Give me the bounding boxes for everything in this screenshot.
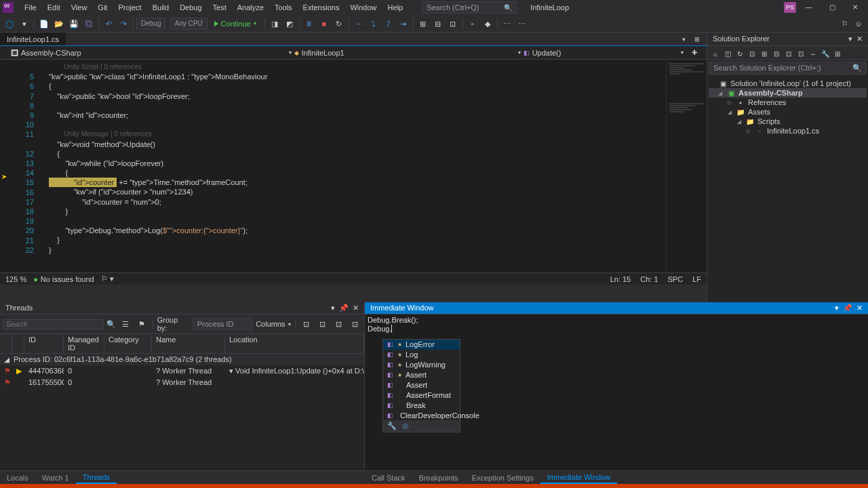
sol-btn-9[interactable]: ↔: [808, 47, 818, 58]
menu-test[interactable]: Test: [208, 2, 232, 13]
threads-btn-1[interactable]: ⊡: [300, 317, 313, 331]
menu-debug[interactable]: Debug: [174, 2, 207, 13]
code-area[interactable]: Unity Script | 0 references"kw">public "…: [49, 60, 666, 272]
intellisense-item[interactable]: ◧Assert: [383, 380, 460, 390]
step-into-button[interactable]: →: [352, 17, 366, 30]
quick-search[interactable]: Search (Ctrl+Q) 🔍: [422, 1, 517, 14]
undo-button[interactable]: ↶: [102, 17, 115, 30]
debug-btn-2[interactable]: ◩: [283, 17, 296, 30]
close-panel-icon[interactable]: ✕: [856, 35, 863, 43]
dropdown-icon[interactable]: ▾: [835, 304, 839, 312]
code-editor[interactable]: ➤ 567891011 1213141516171819202122 Unity…: [0, 60, 707, 272]
sol-btn-3[interactable]: ↻: [734, 47, 745, 58]
intellisense-item[interactable]: ◧★LogWarning: [383, 360, 460, 370]
forward-button[interactable]: ▾: [18, 17, 31, 30]
dropdown-icon[interactable]: ▾: [331, 304, 335, 312]
menu-view[interactable]: View: [66, 2, 93, 13]
menu-file[interactable]: File: [19, 2, 42, 13]
tree-solution[interactable]: ▣Solution 'InfiniteLoop' (1 of 1 project…: [709, 79, 867, 88]
step-over-button[interactable]: ⤵: [367, 17, 380, 30]
close-button[interactable]: ✕: [845, 1, 865, 14]
intellisense-item[interactable]: ◧ClearDeveloperConsole: [383, 411, 460, 421]
threads-btn-4[interactable]: ⊡: [348, 317, 361, 331]
redo-button[interactable]: ↷: [117, 17, 130, 30]
bottom-tab[interactable]: Locals: [0, 472, 35, 483]
menu-extensions[interactable]: Extensions: [298, 2, 345, 13]
save-all-button[interactable]: ⿻: [82, 17, 96, 30]
intellisense-item[interactable]: ◧★Log: [383, 350, 460, 360]
solution-search[interactable]: Search Solution Explorer (Ctrl+;) 🔍: [709, 62, 867, 75]
tb-extra-5[interactable]: ◆: [481, 17, 494, 30]
tb-extra-6[interactable]: ⋯: [500, 17, 514, 30]
bottom-tab[interactable]: Exception Settings: [465, 472, 540, 483]
sol-btn-10[interactable]: 🔧: [820, 47, 831, 58]
sol-btn-5[interactable]: ⊞: [759, 47, 770, 58]
sol-btn-4[interactable]: ⊡: [747, 47, 757, 58]
threads-group-row[interactable]: ◢Process ID: 02c6f1a1-113a-481e-9a6c-e1b…: [0, 354, 364, 365]
close-icon[interactable]: ✕: [856, 304, 863, 312]
search-icon[interactable]: 🔍: [106, 320, 116, 329]
menu-git[interactable]: Git: [92, 2, 113, 13]
filter-icon[interactable]: ☰: [119, 317, 132, 331]
immediate-content[interactable]: Debug.Break(); Debug. ◧★LogError◧★Log◧★L…: [365, 314, 868, 470]
tb-extra-4[interactable]: ▫: [466, 17, 479, 30]
pin-icon[interactable]: ▾: [848, 35, 852, 43]
tb-extra-7[interactable]: ⋯: [515, 17, 529, 30]
menu-window[interactable]: Window: [344, 2, 382, 13]
sol-btn-8[interactable]: ⊡: [795, 47, 806, 58]
menu-build[interactable]: Build: [147, 2, 174, 13]
platform-dropdown[interactable]: Any CPU: [170, 18, 207, 30]
close-icon[interactable]: ✕: [353, 304, 359, 312]
intellisense-item[interactable]: ◧AssertFormat: [383, 390, 460, 401]
tab-dropdown[interactable]: ▾: [677, 33, 690, 46]
step-button-4[interactable]: ⇥: [397, 17, 410, 30]
document-tab[interactable]: InfiniteLoop1.cs: [0, 33, 66, 45]
split-button[interactable]: ✚: [688, 46, 701, 60]
feedback-button[interactable]: ☺: [852, 17, 865, 30]
sol-btn-2[interactable]: ◫: [722, 47, 733, 58]
tree-assets[interactable]: ◢📁Assets: [709, 107, 867, 117]
intellisense-item[interactable]: ◧Break: [383, 401, 460, 411]
solution-tree[interactable]: ▣Solution 'InfiniteLoop' (1 of 1 project…: [707, 76, 868, 138]
crumb-class[interactable]: ▾◆InfiniteLoop1: [283, 49, 350, 57]
nav-icon[interactable]: ⚐ ▾: [101, 274, 114, 283]
flag-icon[interactable]: ⚑: [135, 317, 149, 331]
columns-dropdown[interactable]: Columns: [256, 320, 285, 328]
maximize-button[interactable]: ▢: [822, 1, 842, 14]
intellisense-popup[interactable]: ◧★LogError◧★Log◧★LogWarning◧★Assert◧Asse…: [382, 339, 460, 432]
menu-project[interactable]: Project: [113, 2, 146, 13]
menu-edit[interactable]: Edit: [42, 2, 66, 13]
bottom-tab[interactable]: Watch 1: [35, 472, 76, 483]
menu-analyze[interactable]: Analyze: [232, 2, 269, 13]
continue-button[interactable]: Continue ▾: [209, 18, 262, 29]
group-by-dropdown[interactable]: Process ID: [193, 318, 253, 330]
menu-help[interactable]: Help: [382, 2, 409, 13]
sol-btn-7[interactable]: ⊡: [783, 47, 794, 58]
tb-extra-3[interactable]: ⊡: [446, 17, 460, 30]
step-out-button[interactable]: ⤴: [382, 17, 395, 30]
minimap[interactable]: [666, 60, 707, 272]
pin-icon[interactable]: 📌: [843, 304, 852, 312]
issues-status[interactable]: No issues found: [41, 275, 94, 283]
config-dropdown[interactable]: Debug: [136, 18, 165, 30]
crumb-assembly[interactable]: 🔳Assembly-CSharp: [5, 49, 87, 57]
thread-row[interactable]: ⚑▶4447063680? Worker Thread▾ Void Infini…: [0, 365, 364, 377]
tb-extra-2[interactable]: ⊟: [431, 17, 445, 30]
intellisense-filter-tabs[interactable]: 🔧 ◎: [382, 420, 460, 432]
new-button[interactable]: 📄: [37, 17, 51, 30]
sol-btn-6[interactable]: ⊟: [771, 47, 782, 58]
tree-scripts[interactable]: ◢📁Scripts: [709, 117, 867, 126]
intellisense-item[interactable]: ◧★LogError: [383, 340, 460, 350]
stop-button[interactable]: ■: [317, 17, 331, 30]
home-icon[interactable]: ⌂: [710, 47, 721, 58]
live-share-button[interactable]: ⚐: [838, 17, 852, 30]
tab-pin[interactable]: ⊞: [690, 33, 704, 46]
crumb-method[interactable]: ▾◧Update(): [513, 49, 567, 57]
pin-icon[interactable]: 📌: [339, 304, 349, 312]
back-button[interactable]: ◯: [3, 17, 16, 30]
bottom-tab[interactable]: Immediate Window: [540, 472, 618, 484]
crumb-dropdown[interactable]: ▾: [681, 49, 684, 56]
threads-btn-3[interactable]: ⊡: [332, 317, 345, 331]
tb-extra-1[interactable]: ⊞: [416, 17, 430, 30]
pause-button[interactable]: ⏸: [302, 17, 316, 30]
